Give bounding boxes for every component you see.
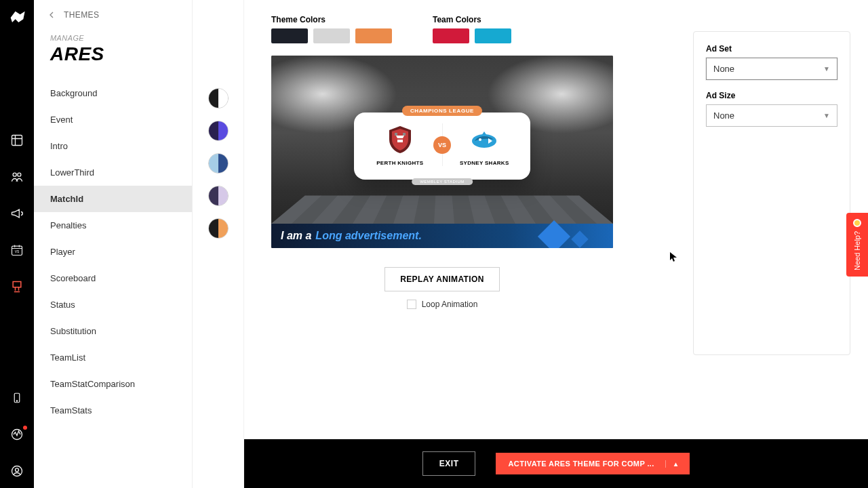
sidebar-item-scoreboard[interactable]: Scoreboard (34, 265, 192, 291)
sidebar: THEMES MANAGE ARES BackgroundEventIntroL… (34, 0, 193, 488)
variant-swatch-0[interactable] (208, 88, 229, 108)
variant-swatch-4[interactable] (208, 218, 229, 239)
sidebar-item-teamlist[interactable]: TeamList (34, 344, 192, 371)
sidebar-item-player[interactable]: Player (34, 239, 192, 265)
sidebar-item-status[interactable]: Status (34, 291, 192, 318)
team-colors-label: Team Colors (433, 15, 511, 24)
team-b-logo (468, 123, 500, 156)
sidebar-item-penalties[interactable]: Penalties (34, 212, 192, 239)
profile-icon[interactable] (9, 464, 24, 479)
team-a-name: PERTH KNIGHTS (376, 160, 423, 166)
settings-panel: Ad Set None ▼ Ad Size None ▼ (693, 31, 850, 355)
megaphone-icon[interactable] (9, 206, 24, 221)
adset-select[interactable]: None ▼ (706, 58, 837, 80)
chevron-down-icon: ▼ (823, 65, 830, 73)
ad-text-highlight: Long advertisement. (315, 230, 421, 242)
variant-swatch-3[interactable] (208, 186, 229, 206)
sidebar-item-intro[interactable]: Intro (34, 133, 192, 159)
adset-label: Ad Set (706, 44, 837, 54)
help-label: Need Help? (853, 231, 861, 270)
help-dot-icon (853, 219, 861, 227)
dashboard-icon[interactable] (9, 133, 24, 148)
back-arrow-icon[interactable] (46, 9, 57, 20)
notification-dot (23, 426, 27, 430)
sidebar-item-lowerthird[interactable]: LowerThird (34, 159, 192, 186)
calendar-vs-icon[interactable]: VS (9, 243, 24, 258)
pitch (271, 196, 613, 224)
team-color-chips (433, 28, 511, 43)
adset-value: None (713, 64, 734, 74)
svg-point-9 (16, 468, 19, 472)
sidebar-item-matchid[interactable]: MatchId (34, 186, 192, 212)
svg-point-2 (18, 173, 21, 176)
theme-title: ARES (34, 42, 192, 75)
activate-button[interactable]: ACTIVATE ARES THEME FOR COMP ... ▴ (496, 453, 690, 474)
overlay-icon[interactable] (9, 279, 24, 294)
caret-up-icon: ▴ (665, 460, 677, 468)
theme-color-chip-1[interactable] (313, 28, 350, 43)
theme-color-chips (271, 28, 392, 43)
theme-color-chip-2[interactable] (355, 28, 392, 43)
app-logo (7, 8, 26, 27)
breadcrumb[interactable]: THEMES (64, 10, 99, 20)
sidebar-item-event[interactable]: Event (34, 106, 192, 133)
adsize-label: Ad Size (706, 91, 837, 100)
users-icon[interactable] (9, 169, 24, 184)
svg-point-6 (16, 401, 18, 402)
loop-checkbox[interactable] (407, 300, 416, 309)
team-color-chip-1[interactable] (475, 28, 511, 43)
activate-label: ACTIVATE ARES THEME FOR COMP ... (508, 460, 654, 468)
sidebar-item-substitution[interactable]: Substitution (34, 318, 192, 344)
variant-column (193, 0, 244, 488)
team-a-logo (384, 123, 416, 156)
league-pill: CHAMPIONS LEAGUE (402, 106, 482, 116)
exit-button[interactable]: EXIT (422, 451, 476, 476)
footer-bar: EXIT ACTIVATE ARES THEME FOR COMP ... ▴ (244, 439, 868, 488)
manage-label: MANAGE (34, 22, 192, 42)
team-b-name: SYDNEY SHARKS (460, 160, 509, 166)
device-icon[interactable] (9, 390, 24, 405)
ad-bar: I am a Long advertisement. (271, 224, 613, 248)
sidebar-items: BackgroundEventIntroLowerThirdMatchIdPen… (34, 80, 192, 424)
adsize-value: None (713, 110, 734, 121)
sidebar-item-teamstats[interactable]: TeamStats (34, 397, 192, 424)
svg-point-1 (13, 173, 16, 176)
help-tab[interactable]: Need Help? (846, 213, 868, 277)
loop-label: Loop Animation (422, 300, 478, 309)
venue-pill: WEMBLEY STADIUM (412, 178, 473, 185)
team-color-chip-0[interactable] (433, 28, 469, 43)
icon-rail: VS (0, 0, 34, 488)
variant-swatch-1[interactable] (208, 121, 229, 141)
ad-text-prefix: I am a (281, 230, 311, 242)
preview-canvas: CHAMPIONS LEAGUE PERTH KNIGHTS SYDNEY SH… (271, 56, 613, 248)
sidebar-item-teamstatcomparison[interactable]: TeamStatComparison (34, 371, 192, 397)
adsize-select[interactable]: None ▼ (706, 104, 837, 127)
svg-rect-10 (395, 133, 397, 136)
team-a: PERTH KNIGHTS (361, 123, 439, 166)
variant-swatch-2[interactable] (208, 153, 229, 174)
svg-text:VS: VS (15, 249, 20, 253)
replay-button[interactable]: REPLAY ANIMATION (384, 267, 500, 291)
theme-colors-label: Theme Colors (271, 15, 392, 24)
svg-rect-11 (403, 133, 406, 136)
ad-shapes (498, 224, 606, 248)
main-workspace: Theme Colors Team Colors CHAMPIONS LEAGU… (244, 0, 868, 488)
activity-icon[interactable] (9, 427, 24, 442)
chevron-down-icon: ▼ (823, 112, 830, 119)
loop-row: Loop Animation (407, 300, 478, 309)
sidebar-item-background[interactable]: Background (34, 80, 192, 106)
match-card: CHAMPIONS LEAGUE PERTH KNIGHTS SYDNEY SH… (354, 113, 530, 180)
svg-rect-0 (12, 136, 22, 146)
svg-point-13 (479, 138, 481, 141)
team-b: SYDNEY SHARKS (446, 123, 524, 166)
vs-badge: VS (433, 136, 451, 154)
theme-color-chip-0[interactable] (271, 28, 308, 43)
